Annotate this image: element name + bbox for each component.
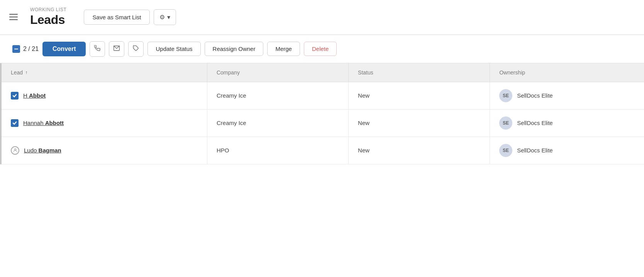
chevron-down-icon: ▾ xyxy=(167,14,170,21)
leads-table-container: Lead ↑ Company Status Ownership xyxy=(0,63,644,164)
sort-arrow-icon: ↑ xyxy=(25,70,27,75)
col-header-ownership[interactable]: Ownership xyxy=(490,63,644,82)
svg-point-2 xyxy=(14,149,16,150)
toolbar: 2 / 21 Convert Update Status Reassign Ow… xyxy=(0,35,644,63)
lead-name[interactable]: Hannah Abbott xyxy=(23,120,64,126)
lead-cell: Hannah Abbott xyxy=(2,109,207,137)
row-checkbox[interactable] xyxy=(11,92,19,100)
lead-col-label: Lead xyxy=(11,69,23,76)
lead-name[interactable]: Ludo Bagman xyxy=(24,147,61,154)
status-cell: New xyxy=(349,82,490,109)
header: WORKING LIST Leads Save as Smart List ⚙ … xyxy=(0,0,644,35)
tag-button[interactable] xyxy=(128,41,144,57)
company-cell: Creamy Ice xyxy=(207,82,348,109)
table-row: Ludo Bagman HPO New SE SellDocs Elite xyxy=(2,137,644,164)
table-row: H Abbot Creamy Ice New SE SellDocs Elite xyxy=(2,82,644,109)
lead-cell: H Abbot xyxy=(2,82,207,109)
avatar: SE xyxy=(499,144,512,157)
delete-button[interactable]: Delete xyxy=(304,42,337,56)
leads-table: Lead ↑ Company Status Ownership xyxy=(2,63,644,164)
row-icon[interactable] xyxy=(11,146,19,155)
header-actions: Save as Smart List ⚙ ▾ xyxy=(84,9,176,25)
hamburger-menu-button[interactable] xyxy=(9,14,18,20)
email-button[interactable] xyxy=(109,41,124,57)
lead-cell: Ludo Bagman xyxy=(2,137,207,164)
status-cell: New xyxy=(349,137,490,164)
update-status-button[interactable]: Update Status xyxy=(147,42,200,56)
reassign-owner-button[interactable]: Reassign Owner xyxy=(205,42,264,56)
gear-icon: ⚙ xyxy=(159,14,165,21)
table-row: Hannah Abbott Creamy Ice New SE SellDocs… xyxy=(2,109,644,137)
title-block: WORKING LIST Leads xyxy=(30,7,67,27)
gear-dropdown-button[interactable]: ⚙ ▾ xyxy=(154,9,176,25)
select-indicator: 2 / 21 xyxy=(12,45,39,53)
page-title: Leads xyxy=(30,12,67,27)
company-cell: Creamy Ice xyxy=(207,109,348,137)
company-cell: HPO xyxy=(207,137,348,164)
row-checkbox[interactable] xyxy=(11,119,19,127)
tag-icon xyxy=(133,45,139,53)
avatar: SE xyxy=(499,89,512,102)
col-header-company[interactable]: Company xyxy=(207,63,348,82)
phone-icon xyxy=(94,45,100,53)
save-smart-list-button[interactable]: Save as Smart List xyxy=(84,10,150,25)
selection-count: 2 / 21 xyxy=(23,46,39,52)
phone-button[interactable] xyxy=(90,41,105,57)
avatar: SE xyxy=(499,117,512,130)
deselect-all-button[interactable] xyxy=(12,45,20,53)
col-header-status[interactable]: Status xyxy=(349,63,490,82)
table-header-row: Lead ↑ Company Status Ownership xyxy=(2,63,644,82)
ownership-cell: SE SellDocs Elite xyxy=(490,109,644,137)
lead-name[interactable]: H Abbot xyxy=(23,92,46,99)
convert-button[interactable]: Convert xyxy=(42,42,86,56)
owner-name: SellDocs Elite xyxy=(517,92,553,99)
email-icon xyxy=(114,46,120,52)
col-header-lead[interactable]: Lead ↑ xyxy=(2,63,207,82)
owner-name: SellDocs Elite xyxy=(517,147,553,154)
merge-button[interactable]: Merge xyxy=(267,42,300,56)
working-list-label: WORKING LIST xyxy=(30,7,67,12)
status-cell: New xyxy=(349,109,490,137)
ownership-cell: SE SellDocs Elite xyxy=(490,82,644,109)
ownership-cell: SE SellDocs Elite xyxy=(490,137,644,164)
owner-name: SellDocs Elite xyxy=(517,120,553,126)
